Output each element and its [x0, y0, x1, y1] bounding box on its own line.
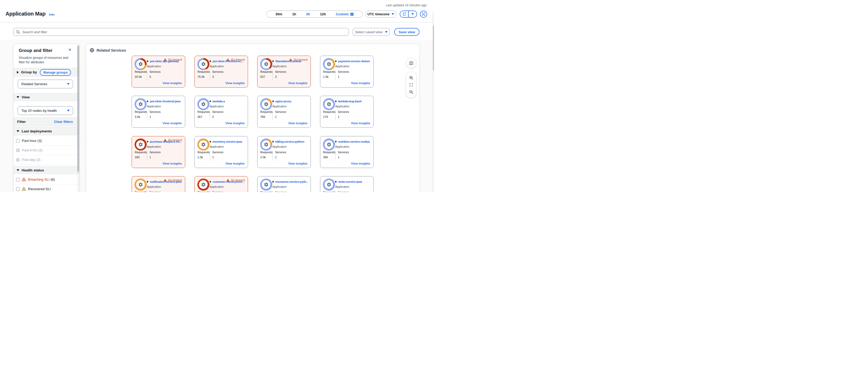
checkbox[interactable] — [16, 178, 20, 182]
service-name-link[interactable]: inventory-service-java — [213, 140, 242, 143]
group-by-section-header[interactable]: Group by Manage groups — [13, 68, 80, 76]
clear-filters-link[interactable]: Clear filters — [54, 120, 73, 124]
manage-groups-button[interactable]: Manage groups — [40, 69, 71, 76]
expand-node-icon[interactable] — [335, 140, 337, 143]
view-insights-link[interactable]: View insights — [288, 122, 307, 125]
service-card[interactable]: SLI breach visits-service-java Applicati… — [320, 176, 374, 192]
expand-node-icon[interactable] — [210, 140, 211, 143]
service-card[interactable]: SLI breach nutrition-service-nodejs Appl… — [320, 136, 374, 168]
page-scrollbar-track[interactable] — [433, 12, 434, 192]
view-insights-link[interactable]: View insights — [225, 162, 245, 165]
view-insights-link[interactable]: View insights — [225, 82, 245, 85]
expand-node-icon[interactable] — [273, 100, 274, 102]
service-name-link[interactable]: nginx-proxy — [275, 100, 291, 103]
expand-node-icon[interactable] — [335, 100, 337, 102]
service-card[interactable]: SLI breach StandaloneLambda Application … — [257, 56, 311, 88]
map-legend-button[interactable] — [406, 58, 416, 68]
expand-node-icon[interactable] — [147, 60, 149, 62]
time-range-1h[interactable]: 1h — [292, 12, 296, 16]
view-insights-link[interactable]: View insights — [351, 82, 370, 85]
expand-node-icon[interactable] — [273, 181, 274, 183]
service-name-link[interactable]: visits-service-java — [338, 180, 362, 183]
health-status-filter-option[interactable]: Recovered SLI — [13, 184, 80, 192]
view-insights-link[interactable]: View insights — [162, 122, 182, 125]
view-insights-link[interactable]: View insights — [162, 162, 182, 165]
service-card[interactable]: SLI breach billing-service-python Applic… — [257, 136, 311, 168]
close-icon[interactable]: ✕ — [68, 48, 71, 52]
page-scrollbar-thumb[interactable] — [433, 26, 434, 70]
expand-node-icon[interactable] — [273, 140, 274, 143]
service-card[interactable]: SLI breach lambda-bug-bash Application R… — [320, 96, 374, 128]
time-range-30m[interactable]: 30m — [275, 12, 282, 16]
service-card[interactable]: SLI breach insurance-service-pyth... App… — [257, 176, 311, 192]
service-name-link[interactable]: notification-service-java — [150, 180, 182, 183]
service-name-link[interactable]: StandaloneLambda — [275, 60, 302, 63]
deployment-filter-option[interactable]: Past hour (3) — [13, 136, 80, 146]
view-insights-link[interactable]: View insights — [351, 122, 370, 125]
service-card[interactable]: SLI breach purchase-analytics-en... Appl… — [132, 136, 185, 168]
service-card[interactable]: SLI breach pet-clinic-frontend-ec... App… — [194, 56, 248, 88]
service-card[interactable]: SLI breach payment-service-dotnet Applic… — [320, 56, 374, 88]
service-card[interactable]: SLI breach notification-service-java App… — [132, 176, 185, 192]
view-insights-link[interactable]: View insights — [351, 162, 370, 165]
service-card[interactable]: SLI breach pet-clinic-api-gateway Applic… — [132, 56, 185, 88]
search-input[interactable] — [22, 30, 346, 34]
checkbox[interactable] — [16, 149, 20, 152]
zoom-out-button[interactable] — [409, 90, 413, 94]
service-card[interactable]: SLI breach inventory-service-java Applic… — [194, 136, 248, 168]
service-name-link[interactable]: nutrition-service-nodejs — [338, 140, 370, 143]
service-name-link[interactable]: lambda-bug-bash — [338, 100, 362, 103]
time-range-12h[interactable]: 12h — [320, 12, 326, 16]
service-card[interactable]: SLI breach customer-event-proce... Appli… — [194, 176, 248, 192]
deployment-filter-option[interactable]: Past day (3) — [13, 155, 80, 165]
service-name-link[interactable]: pet-clinic-api-gateway — [150, 60, 179, 63]
application-map-canvas[interactable]: Related Services SLI breach pet-clinic-a… — [86, 44, 420, 192]
checkbox[interactable] — [16, 187, 20, 191]
service-card[interactable]: SLI breach lambda-a Application Requests… — [194, 96, 248, 128]
deployment-filter-option[interactable]: Past 8 hrs (3) — [13, 146, 80, 155]
expand-node-icon[interactable] — [210, 60, 211, 62]
expand-node-icon[interactable] — [147, 100, 149, 102]
refresh-button[interactable] — [400, 11, 408, 17]
sidebar-scrollbar-thumb[interactable] — [77, 45, 79, 172]
service-name-link[interactable]: pet-clinic-frontend-ec... — [213, 60, 243, 63]
search-filter-box[interactable] — [13, 28, 349, 36]
view-section-header[interactable]: View — [13, 93, 80, 101]
expand-node-icon[interactable] — [147, 181, 149, 183]
view-insights-link[interactable]: View insights — [225, 122, 245, 125]
expand-node-icon[interactable] — [335, 181, 337, 183]
expand-map-button[interactable] — [420, 10, 427, 18]
expand-node-icon[interactable] — [210, 100, 211, 102]
save-view-button[interactable]: Save view — [394, 28, 420, 36]
zoom-in-button[interactable] — [409, 76, 413, 80]
service-name-link[interactable]: billing-service-python — [275, 140, 305, 143]
checkbox[interactable] — [16, 139, 20, 143]
sidebar-scrollbar-track[interactable] — [77, 44, 80, 192]
timezone-select[interactable]: UTC timezone — [365, 10, 396, 18]
service-name-link[interactable]: customer-event-proce... — [213, 180, 244, 183]
service-card[interactable]: SLI breach nginx-proxy Application Reque… — [257, 96, 311, 128]
expand-node-icon[interactable] — [273, 60, 274, 62]
expand-node-icon[interactable] — [147, 140, 149, 143]
last-deployments-section-header[interactable]: Last deployments — [13, 127, 80, 135]
checkbox[interactable] — [16, 158, 20, 162]
saved-view-select[interactable]: Select saved view — [353, 28, 390, 36]
expand-node-icon[interactable] — [335, 60, 337, 62]
health-status-section-header[interactable]: Health status — [13, 166, 80, 174]
info-link[interactable]: Info — [49, 13, 55, 16]
time-range-3h[interactable]: 3h — [306, 12, 310, 16]
service-name-link[interactable]: lambda-a — [213, 100, 225, 103]
service-name-link[interactable]: pet-clinic-frontend-java — [150, 100, 181, 103]
health-status-filter-option[interactable]: Breaching SLI (6) — [13, 175, 80, 184]
service-name-link[interactable]: insurance-service-pyth... — [275, 180, 308, 183]
service-card[interactable]: SLI breach pet-clinic-frontend-java Appl… — [132, 96, 185, 128]
refresh-options-button[interactable] — [409, 11, 416, 17]
view-insights-link[interactable]: View insights — [162, 82, 182, 85]
fit-to-view-button[interactable] — [409, 83, 413, 87]
view-select[interactable]: Top 20 nodes by health — [18, 106, 73, 115]
service-name-link[interactable]: payment-service-dotnet — [338, 60, 370, 63]
view-insights-link[interactable]: View insights — [288, 82, 307, 85]
custom-range-button[interactable]: Custom — [336, 12, 354, 16]
service-name-link[interactable]: purchase-analytics-en... — [150, 140, 182, 143]
expand-node-icon[interactable] — [210, 181, 211, 183]
